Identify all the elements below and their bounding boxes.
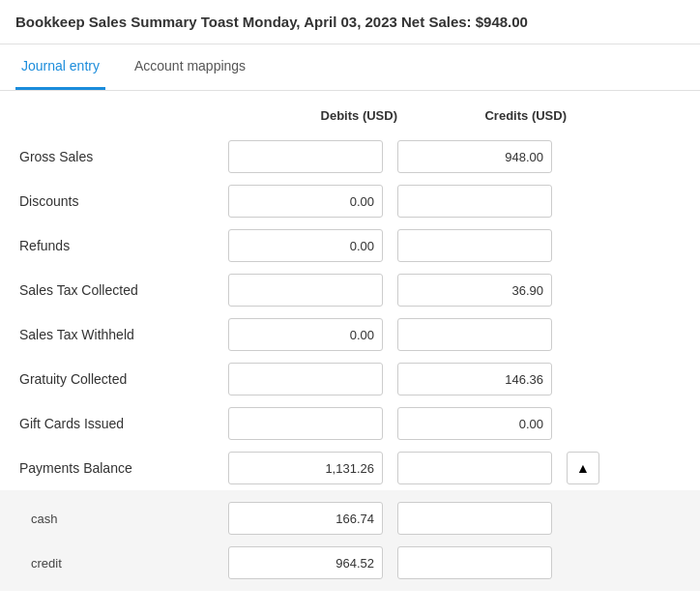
col-header-action xyxy=(567,108,625,123)
row-label: Refunds xyxy=(15,238,228,253)
table-row: Sales Tax Withheld xyxy=(15,312,685,357)
table-row: Gift Cards Issued xyxy=(15,401,685,446)
cash-debit-input[interactable] xyxy=(228,502,383,535)
gross-sales-debit-input[interactable] xyxy=(228,140,383,173)
tab-account-mappings[interactable]: Account mappings xyxy=(129,44,251,90)
sales-tax-collected-credit-input[interactable] xyxy=(397,274,552,307)
gratuity-collected-debit-input[interactable] xyxy=(228,363,383,395)
gross-sales-credit-input[interactable] xyxy=(397,140,552,173)
sub-rows-container: cash credit xyxy=(0,490,700,591)
row-label: Sales Tax Withheld xyxy=(15,327,228,342)
row-label: Gratuity Collected xyxy=(15,371,228,387)
sub-row-label: credit xyxy=(15,556,228,571)
header: Bookkeep Sales Summary Toast Monday, Apr… xyxy=(0,0,700,44)
debit-cell xyxy=(228,502,397,535)
credit-cell xyxy=(397,185,567,218)
debit-cell xyxy=(228,546,397,579)
gift-cards-issued-credit-input[interactable] xyxy=(397,407,552,440)
sales-tax-collected-debit-input[interactable] xyxy=(228,274,383,307)
tab-journal-entry[interactable]: Journal entry xyxy=(15,44,105,90)
table-row: Sales Tax Collected xyxy=(15,268,685,312)
debit-cell xyxy=(228,229,397,262)
header-title: Bookkeep Sales Summary Toast Monday, Apr… xyxy=(15,14,528,30)
sales-tax-withheld-credit-input[interactable] xyxy=(397,318,552,351)
col-header-debits: Debits (USD) xyxy=(228,108,397,123)
sub-row: credit xyxy=(15,541,685,585)
credit-cell xyxy=(397,502,567,535)
tabs: Journal entry Account mappings xyxy=(0,44,700,91)
refunds-credit-input[interactable] xyxy=(397,229,552,262)
chevron-up-icon: ▲ xyxy=(576,460,590,476)
table-row: Gross Sales xyxy=(15,134,685,179)
cash-credit-input[interactable] xyxy=(397,502,552,535)
payments-balance-credit-input[interactable] xyxy=(397,452,552,484)
discounts-debit-input[interactable] xyxy=(228,185,383,218)
column-headers: Debits (USD) Credits (USD) xyxy=(15,101,685,131)
row-label: Discounts xyxy=(15,193,228,209)
row-label: Gift Cards Issued xyxy=(15,416,228,431)
col-header-credits: Credits (USD) xyxy=(397,108,567,123)
action-cell: ▲ xyxy=(567,452,625,484)
discounts-credit-input[interactable] xyxy=(397,185,552,218)
credit-cell xyxy=(397,363,567,395)
debit-cell xyxy=(228,140,397,173)
expand-button[interactable]: ▲ xyxy=(567,452,599,484)
credit-cell xyxy=(397,140,567,173)
credit-cell xyxy=(397,452,567,484)
gratuity-collected-credit-input[interactable] xyxy=(397,363,552,395)
credit-cell xyxy=(397,407,567,440)
table-row: Payments Balance ▲ xyxy=(15,446,685,490)
credit-debit-input[interactable] xyxy=(228,546,383,579)
row-label: Sales Tax Collected xyxy=(15,282,228,298)
credit-cell xyxy=(397,229,567,262)
debit-cell xyxy=(228,407,397,440)
debit-cell xyxy=(228,185,397,218)
debit-cell xyxy=(228,452,397,484)
credit-credit-input[interactable] xyxy=(397,546,552,579)
table-row: Refunds xyxy=(15,223,685,268)
refunds-debit-input[interactable] xyxy=(228,229,383,262)
credit-cell xyxy=(397,274,567,307)
sub-row-label: cash xyxy=(15,512,228,526)
table-row: Gratuity Collected xyxy=(15,357,685,401)
payments-balance-debit-input[interactable] xyxy=(228,452,383,484)
table-container: Debits (USD) Credits (USD) Gross Sales D… xyxy=(0,91,700,600)
credit-cell xyxy=(397,546,567,579)
sales-tax-withheld-debit-input[interactable] xyxy=(228,318,383,351)
debit-cell xyxy=(228,363,397,395)
sub-row: cash xyxy=(15,496,685,541)
debit-cell xyxy=(228,274,397,307)
gift-cards-issued-debit-input[interactable] xyxy=(228,407,383,440)
credit-cell xyxy=(397,318,567,351)
table-row: Discounts xyxy=(15,179,685,223)
row-label: Gross Sales xyxy=(15,149,228,164)
row-label: Payments Balance xyxy=(15,460,228,476)
col-header-label xyxy=(15,108,228,123)
debit-cell xyxy=(228,318,397,351)
